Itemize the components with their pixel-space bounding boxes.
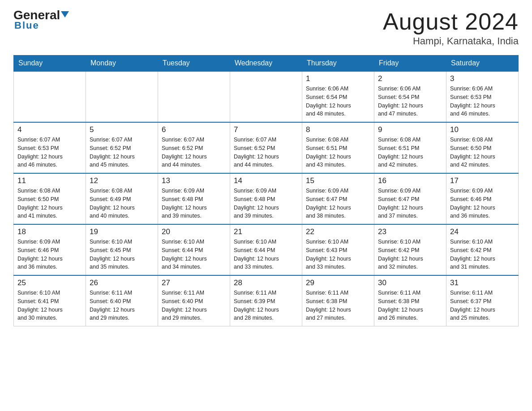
calendar-table: SundayMondayTuesdayWednesdayThursdayFrid… (13, 55, 519, 326)
day-number: 21 (234, 227, 298, 236)
day-number: 14 (234, 176, 298, 185)
calendar-week-row: 11Sunrise: 6:08 AM Sunset: 6:50 PM Dayli… (14, 173, 519, 224)
day-info: Sunrise: 6:10 AM Sunset: 6:45 PM Dayligh… (90, 238, 154, 271)
days-of-week-row: SundayMondayTuesdayWednesdayThursdayFrid… (14, 56, 519, 72)
calendar-cell: 21Sunrise: 6:10 AM Sunset: 6:44 PM Dayli… (230, 224, 302, 275)
day-number: 11 (17, 176, 82, 185)
calendar-cell: 4Sunrise: 6:07 AM Sunset: 6:53 PM Daylig… (14, 122, 86, 173)
calendar-cell: 28Sunrise: 6:11 AM Sunset: 6:39 PM Dayli… (230, 275, 302, 326)
day-number: 18 (17, 227, 82, 236)
day-number: 7 (234, 125, 298, 134)
month-title: August 2024 (383, 9, 519, 34)
logo-triangle-icon (61, 11, 69, 17)
calendar-cell: 15Sunrise: 6:09 AM Sunset: 6:47 PM Dayli… (302, 173, 374, 224)
day-info: Sunrise: 6:09 AM Sunset: 6:46 PM Dayligh… (450, 187, 515, 220)
day-number: 6 (162, 125, 226, 134)
day-of-week-header: Tuesday (158, 56, 230, 72)
calendar-cell: 27Sunrise: 6:11 AM Sunset: 6:40 PM Dayli… (158, 275, 230, 326)
calendar-cell: 16Sunrise: 6:09 AM Sunset: 6:47 PM Dayli… (374, 173, 446, 224)
day-of-week-header: Sunday (14, 56, 86, 72)
calendar-week-row: 4Sunrise: 6:07 AM Sunset: 6:53 PM Daylig… (14, 122, 519, 173)
day-info: Sunrise: 6:06 AM Sunset: 6:53 PM Dayligh… (450, 85, 515, 118)
day-of-week-header: Thursday (302, 56, 374, 72)
calendar-cell: 12Sunrise: 6:08 AM Sunset: 6:49 PM Dayli… (86, 173, 158, 224)
day-number: 28 (234, 278, 298, 287)
day-info: Sunrise: 6:11 AM Sunset: 6:37 PM Dayligh… (450, 289, 515, 322)
calendar-cell: 7Sunrise: 6:07 AM Sunset: 6:52 PM Daylig… (230, 122, 302, 173)
day-info: Sunrise: 6:10 AM Sunset: 6:42 PM Dayligh… (450, 238, 515, 271)
day-number: 1 (306, 74, 370, 83)
calendar-week-row: 25Sunrise: 6:10 AM Sunset: 6:41 PM Dayli… (14, 275, 519, 326)
calendar-cell (86, 71, 158, 122)
day-number: 13 (162, 176, 226, 185)
day-number: 27 (162, 278, 226, 287)
calendar-cell: 18Sunrise: 6:09 AM Sunset: 6:46 PM Dayli… (14, 224, 86, 275)
day-number: 20 (162, 227, 226, 236)
day-info: Sunrise: 6:10 AM Sunset: 6:42 PM Dayligh… (378, 238, 442, 271)
calendar-cell: 8Sunrise: 6:08 AM Sunset: 6:51 PM Daylig… (302, 122, 374, 173)
day-number: 2 (378, 74, 442, 83)
day-number: 12 (90, 176, 154, 185)
calendar-cell (14, 71, 86, 122)
logo: General Blue (13, 9, 69, 31)
calendar-cell: 24Sunrise: 6:10 AM Sunset: 6:42 PM Dayli… (446, 224, 519, 275)
day-info: Sunrise: 6:08 AM Sunset: 6:50 PM Dayligh… (450, 136, 515, 169)
day-number: 4 (17, 125, 82, 134)
day-number: 24 (450, 227, 515, 236)
day-info: Sunrise: 6:07 AM Sunset: 6:52 PM Dayligh… (162, 136, 226, 169)
calendar-cell: 20Sunrise: 6:10 AM Sunset: 6:44 PM Dayli… (158, 224, 230, 275)
calendar-cell: 26Sunrise: 6:11 AM Sunset: 6:40 PM Dayli… (86, 275, 158, 326)
calendar-cell (158, 71, 230, 122)
calendar-cell: 30Sunrise: 6:11 AM Sunset: 6:38 PM Dayli… (374, 275, 446, 326)
calendar-cell: 19Sunrise: 6:10 AM Sunset: 6:45 PM Dayli… (86, 224, 158, 275)
day-info: Sunrise: 6:08 AM Sunset: 6:50 PM Dayligh… (17, 187, 82, 220)
calendar-cell: 31Sunrise: 6:11 AM Sunset: 6:37 PM Dayli… (446, 275, 519, 326)
day-info: Sunrise: 6:11 AM Sunset: 6:40 PM Dayligh… (90, 289, 154, 322)
day-info: Sunrise: 6:09 AM Sunset: 6:46 PM Dayligh… (17, 238, 82, 271)
day-info: Sunrise: 6:09 AM Sunset: 6:48 PM Dayligh… (162, 187, 226, 220)
title-area: August 2024 Hampi, Karnataka, India (383, 9, 519, 47)
day-info: Sunrise: 6:10 AM Sunset: 6:41 PM Dayligh… (17, 289, 82, 322)
day-number: 15 (306, 176, 370, 185)
day-info: Sunrise: 6:08 AM Sunset: 6:51 PM Dayligh… (378, 136, 442, 169)
day-of-week-header: Wednesday (230, 56, 302, 72)
calendar-cell: 1Sunrise: 6:06 AM Sunset: 6:54 PM Daylig… (302, 71, 374, 122)
day-number: 17 (450, 176, 515, 185)
day-number: 19 (90, 227, 154, 236)
page-header: General Blue August 2024 Hampi, Karnatak… (13, 9, 519, 47)
day-info: Sunrise: 6:11 AM Sunset: 6:40 PM Dayligh… (162, 289, 226, 322)
day-number: 31 (450, 278, 515, 287)
day-number: 23 (378, 227, 442, 236)
calendar-cell: 14Sunrise: 6:09 AM Sunset: 6:48 PM Dayli… (230, 173, 302, 224)
day-info: Sunrise: 6:11 AM Sunset: 6:39 PM Dayligh… (234, 289, 298, 322)
location: Hampi, Karnataka, India (383, 35, 519, 47)
calendar-week-row: 18Sunrise: 6:09 AM Sunset: 6:46 PM Dayli… (14, 224, 519, 275)
calendar-cell: 29Sunrise: 6:11 AM Sunset: 6:38 PM Dayli… (302, 275, 374, 326)
day-info: Sunrise: 6:07 AM Sunset: 6:52 PM Dayligh… (234, 136, 298, 169)
day-info: Sunrise: 6:09 AM Sunset: 6:47 PM Dayligh… (378, 187, 442, 220)
calendar-cell: 5Sunrise: 6:07 AM Sunset: 6:52 PM Daylig… (86, 122, 158, 173)
calendar-cell: 22Sunrise: 6:10 AM Sunset: 6:43 PM Dayli… (302, 224, 374, 275)
day-info: Sunrise: 6:06 AM Sunset: 6:54 PM Dayligh… (378, 85, 442, 118)
day-info: Sunrise: 6:08 AM Sunset: 6:49 PM Dayligh… (90, 187, 154, 220)
day-info: Sunrise: 6:10 AM Sunset: 6:44 PM Dayligh… (234, 238, 298, 271)
calendar-cell: 10Sunrise: 6:08 AM Sunset: 6:50 PM Dayli… (446, 122, 519, 173)
day-of-week-header: Monday (86, 56, 158, 72)
day-number: 30 (378, 278, 442, 287)
calendar-header: SundayMondayTuesdayWednesdayThursdayFrid… (14, 56, 519, 72)
day-of-week-header: Saturday (446, 56, 519, 72)
day-info: Sunrise: 6:09 AM Sunset: 6:48 PM Dayligh… (234, 187, 298, 220)
day-info: Sunrise: 6:07 AM Sunset: 6:53 PM Dayligh… (17, 136, 82, 169)
day-info: Sunrise: 6:08 AM Sunset: 6:51 PM Dayligh… (306, 136, 370, 169)
day-number: 25 (17, 278, 82, 287)
calendar-cell: 3Sunrise: 6:06 AM Sunset: 6:53 PM Daylig… (446, 71, 519, 122)
calendar-cell: 25Sunrise: 6:10 AM Sunset: 6:41 PM Dayli… (14, 275, 86, 326)
day-number: 9 (378, 125, 442, 134)
calendar-cell (230, 71, 302, 122)
day-number: 22 (306, 227, 370, 236)
logo-blue-subtext: Blue (13, 20, 39, 31)
day-info: Sunrise: 6:11 AM Sunset: 6:38 PM Dayligh… (306, 289, 370, 322)
day-number: 29 (306, 278, 370, 287)
day-info: Sunrise: 6:06 AM Sunset: 6:54 PM Dayligh… (306, 85, 370, 118)
day-number: 3 (450, 74, 515, 83)
